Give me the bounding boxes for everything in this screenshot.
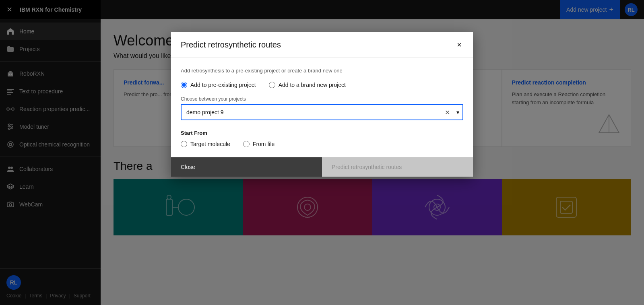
modal-close-footer-button[interactable]: Close (171, 157, 322, 177)
start-from-radio-group: Target molecule From file (181, 141, 463, 147)
modal-close-button[interactable]: × (455, 39, 463, 51)
radio-pre-existing-label: Add to pre-existing project (190, 82, 256, 88)
start-from-label: Start From (181, 130, 463, 136)
close-icon: × (457, 40, 462, 49)
radio-pre-existing[interactable]: Add to pre-existing project (181, 82, 256, 88)
radio-brand-new[interactable]: Add to a brand new project (269, 82, 346, 88)
radio-brand-new-input[interactable] (269, 82, 275, 88)
modal-description: Add retrosynthesis to a pre-existing pro… (181, 68, 463, 74)
dropdown-clear-button[interactable]: ✕ (442, 105, 453, 120)
project-dropdown-input[interactable] (182, 105, 442, 120)
dropdown-field-label: Choose between your projects (181, 96, 463, 102)
modal-overlay[interactable]: Predict retrosynthetic routes × Add retr… (0, 0, 644, 305)
radio-target-molecule-label: Target molecule (190, 141, 230, 147)
modal-predict-retrosynthetic: Predict retrosynthetic routes × Add retr… (171, 32, 473, 177)
project-dropdown[interactable]: ✕ ▾ (181, 104, 463, 120)
modal-title: Predict retrosynthetic routes (181, 40, 281, 49)
modal-footer: Close Predict retrosynthetic routes (171, 157, 473, 177)
radio-from-file[interactable]: From file (243, 141, 275, 147)
dropdown-arrow-button[interactable]: ▾ (453, 106, 462, 119)
modal-body: Add retrosynthesis to a pre-existing pro… (171, 58, 473, 157)
project-type-radio-group: Add to pre-existing project Add to a bra… (181, 82, 463, 88)
radio-target-molecule[interactable]: Target molecule (181, 141, 230, 147)
radio-brand-new-label: Add to a brand new project (279, 82, 346, 88)
radio-from-file-input[interactable] (243, 141, 250, 147)
radio-pre-existing-input[interactable] (181, 82, 187, 88)
modal-predict-button[interactable]: Predict retrosynthetic routes (322, 157, 473, 177)
radio-target-molecule-input[interactable] (181, 141, 187, 147)
radio-from-file-label: From file (253, 141, 275, 147)
modal-header: Predict retrosynthetic routes × (171, 32, 473, 58)
